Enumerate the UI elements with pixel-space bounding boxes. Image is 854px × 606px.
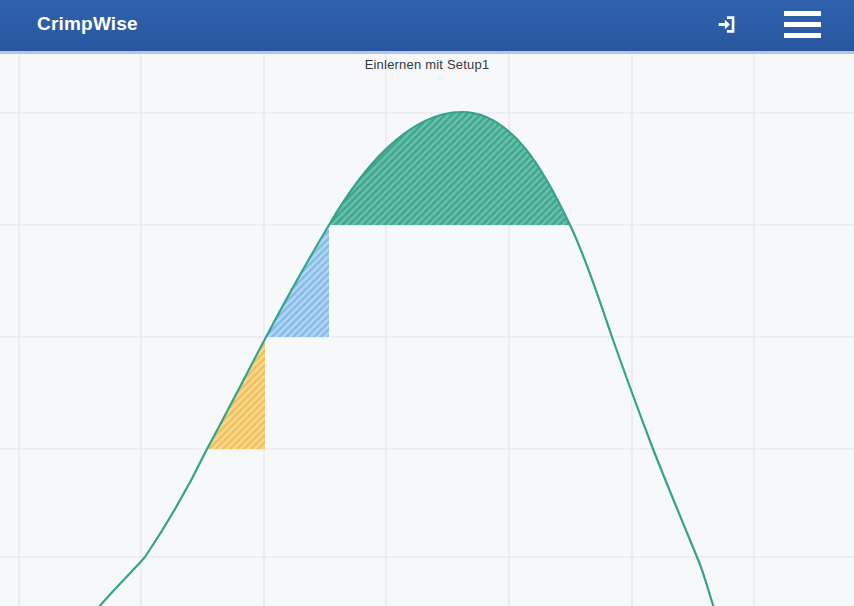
crimp-curve-chart	[0, 54, 854, 606]
login-button[interactable]	[716, 14, 737, 35]
peak-region-green	[329, 112, 570, 225]
app-root: CrimpWise	[0, 0, 854, 606]
hamburger-menu-button[interactable]	[784, 11, 821, 38]
header-actions	[716, 11, 821, 38]
app-header: CrimpWise	[0, 0, 854, 54]
chart-title: Einlernen mit Setup1	[0, 57, 854, 72]
app-title: CrimpWise	[37, 13, 138, 35]
chart-area: Einlernen mit Setup1	[0, 54, 854, 606]
peak-region-green-hatch	[329, 112, 570, 225]
login-icon	[716, 14, 737, 35]
hamburger-menu-icon	[784, 11, 821, 38]
